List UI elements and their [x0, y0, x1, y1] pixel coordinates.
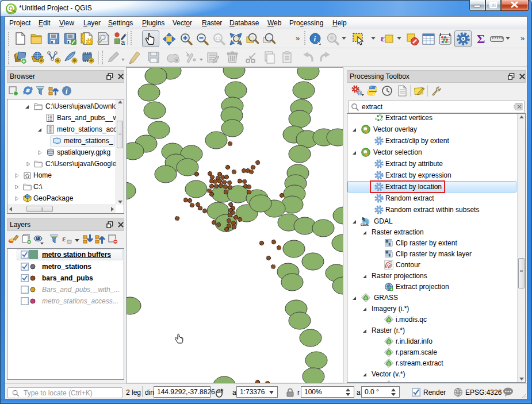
svg-text:ε: ε — [62, 234, 66, 243]
svg-text:ε: ε — [381, 33, 385, 43]
svg-text:i: i — [314, 34, 316, 43]
svg-text:Σ: Σ — [477, 32, 485, 45]
svg-text:1:1: 1:1 — [215, 36, 221, 40]
svg-text:a: a — [121, 39, 125, 45]
